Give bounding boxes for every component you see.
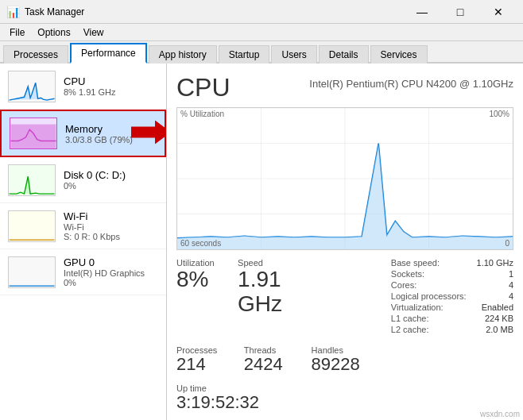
disk-thumbnail <box>8 164 56 196</box>
sidebar-item-wifi[interactable]: Wi-Fi Wi-Fi S: 0 R: 0 Kbps <box>0 203 166 249</box>
cpu-chart: % Utilization 100% 60 seconds 0 <box>176 107 513 250</box>
info-l2-cache: L2 cache: 2.0 MB <box>391 325 513 334</box>
cpu-info: CPU 8% 1.91 GHz <box>64 75 158 97</box>
tab-bar: Processes Performance App history Startu… <box>0 41 523 64</box>
watermark: wsxdn.com <box>480 410 520 418</box>
info-sockets: Sockets: 1 <box>391 269 513 279</box>
disk-name: Disk 0 (C: D:) <box>64 169 158 181</box>
app-title: Task Manager <box>25 6 84 17</box>
l1-value: 224 KB <box>485 314 513 323</box>
cpu-detail: 8% 1.91 GHz <box>64 87 158 97</box>
main-content: CPU 8% 1.91 GHz Memory 3.0/3.8 GB (79%) <box>0 64 523 420</box>
gpu-detail1: Intel(R) HD Graphics <box>64 268 158 278</box>
memory-thumbnail <box>10 118 57 149</box>
info-col-right: Base speed: 1.10 GHz Sockets: 1 Cores: 4… <box>391 258 513 336</box>
cpu-chart-svg <box>177 108 513 249</box>
tab-details[interactable]: Details <box>319 45 369 64</box>
tab-app-history[interactable]: App history <box>149 45 217 64</box>
l2-label: L2 cache: <box>391 325 429 334</box>
cores-value: 4 <box>509 280 513 290</box>
panel-subtitle: Intel(R) Pentium(R) CPU N4200 @ 1.10GHz <box>309 78 513 90</box>
logical-proc-label: Logical processors: <box>391 291 467 301</box>
tab-processes[interactable]: Processes <box>3 45 68 64</box>
title-bar-controls: — □ ✕ <box>404 0 517 24</box>
title-bar: 📊 Task Manager — □ ✕ <box>0 0 523 24</box>
l2-value: 2.0 MB <box>486 325 513 334</box>
wifi-name: Wi-Fi <box>64 210 158 222</box>
stats-row: Utilization 8% Speed 1.91 GHz Base speed… <box>176 258 513 336</box>
info-cores: Cores: 4 <box>391 280 513 290</box>
red-arrow-annotation <box>131 121 167 147</box>
tab-startup[interactable]: Startup <box>219 45 270 64</box>
info-logical-processors: Logical processors: 4 <box>391 291 513 301</box>
gpu-detail2: 0% <box>64 278 158 287</box>
cpu-thumbnail <box>8 71 56 102</box>
sidebar: CPU 8% 1.91 GHz Memory 3.0/3.8 GB (79%) <box>0 64 167 420</box>
svg-rect-5 <box>10 257 55 287</box>
threads-value: 2424 <box>244 355 312 374</box>
wifi-detail2: S: 0 R: 0 Kbps <box>64 232 158 241</box>
chart-y-max: 100% <box>489 110 509 118</box>
sidebar-item-disk[interactable]: Disk 0 (C: D:) 0% <box>0 157 166 203</box>
stat-handles: Handles 89228 <box>312 345 379 374</box>
bottom-spacer <box>378 345 513 374</box>
stat-spacer <box>299 258 391 336</box>
processes-value: 214 <box>176 355 244 374</box>
menu-file[interactable]: File <box>3 25 31 40</box>
title-bar-left: 📊 Task Manager <box>6 6 84 18</box>
uptime-value: 3:19:52:32 <box>176 393 513 412</box>
gpu-info: GPU 0 Intel(R) HD Graphics 0% <box>64 256 158 287</box>
info-virtualization: Virtualization: Enabled <box>391 302 513 312</box>
svg-rect-1 <box>11 125 56 148</box>
tab-users[interactable]: Users <box>271 45 316 64</box>
wifi-info: Wi-Fi Wi-Fi S: 0 R: 0 Kbps <box>64 210 158 241</box>
handles-value: 89228 <box>312 355 379 374</box>
menu-bar: File Options View <box>0 24 523 41</box>
logical-proc-value: 4 <box>509 291 513 301</box>
sidebar-item-cpu[interactable]: CPU 8% 1.91 GHz <box>0 64 166 110</box>
svg-rect-3 <box>10 165 55 195</box>
cores-label: Cores: <box>391 280 416 290</box>
gpu-thumbnail <box>8 256 56 288</box>
wifi-thumbnail <box>8 210 56 242</box>
tab-performance[interactable]: Performance <box>70 43 147 64</box>
stat-uptime: Up time 3:19:52:32 <box>176 383 513 412</box>
minimize-button[interactable]: — <box>404 0 440 24</box>
tab-services[interactable]: Services <box>370 45 428 64</box>
stat-speed: Speed 1.91 GHz <box>238 258 299 336</box>
chart-y-label: % Utilization <box>180 110 224 118</box>
panel-header: CPU Intel(R) Pentium(R) CPU N4200 @ 1.10… <box>176 73 513 102</box>
maximize-button[interactable]: □ <box>442 0 478 24</box>
speed-value: 1.91 GHz <box>238 268 299 317</box>
cpu-name: CPU <box>64 75 158 87</box>
stat-threads: Threads 2424 <box>244 345 312 374</box>
disk-detail: 0% <box>64 181 158 191</box>
right-panel: CPU Intel(R) Pentium(R) CPU N4200 @ 1.10… <box>167 64 523 420</box>
base-speed-value: 1.10 GHz <box>477 258 513 268</box>
l1-label: L1 cache: <box>391 314 429 323</box>
utilization-value: 8% <box>176 268 238 292</box>
info-l1-cache: L1 cache: 224 KB <box>391 314 513 323</box>
chart-x-label: 60 seconds <box>180 239 221 248</box>
svg-rect-4 <box>10 211 55 241</box>
base-speed-label: Base speed: <box>391 258 440 268</box>
menu-options[interactable]: Options <box>31 25 76 40</box>
bottom-stats-row: Processes 214 Threads 2424 Handles 89228 <box>176 345 513 374</box>
panel-title: CPU <box>176 73 231 102</box>
disk-info: Disk 0 (C: D:) 0% <box>64 169 158 191</box>
wifi-detail1: Wi-Fi <box>64 222 158 232</box>
stat-processes: Processes 214 <box>176 345 244 374</box>
chart-x-min: 0 <box>505 239 509 248</box>
sockets-value: 1 <box>509 269 513 279</box>
gpu-name: GPU 0 <box>64 256 158 268</box>
menu-view[interactable]: View <box>77 25 110 40</box>
app-icon: 📊 <box>6 6 20 18</box>
stat-utilization: Utilization 8% <box>176 258 238 336</box>
virt-value: Enabled <box>482 302 513 312</box>
virt-label: Virtualization: <box>391 302 444 312</box>
sidebar-item-gpu[interactable]: GPU 0 Intel(R) HD Graphics 0% <box>0 249 166 295</box>
info-base-speed: Base speed: 1.10 GHz <box>391 258 513 268</box>
sockets-label: Sockets: <box>391 269 424 279</box>
sidebar-item-memory[interactable]: Memory 3.0/3.8 GB (79%) <box>0 110 166 157</box>
close-button[interactable]: ✕ <box>480 0 517 24</box>
